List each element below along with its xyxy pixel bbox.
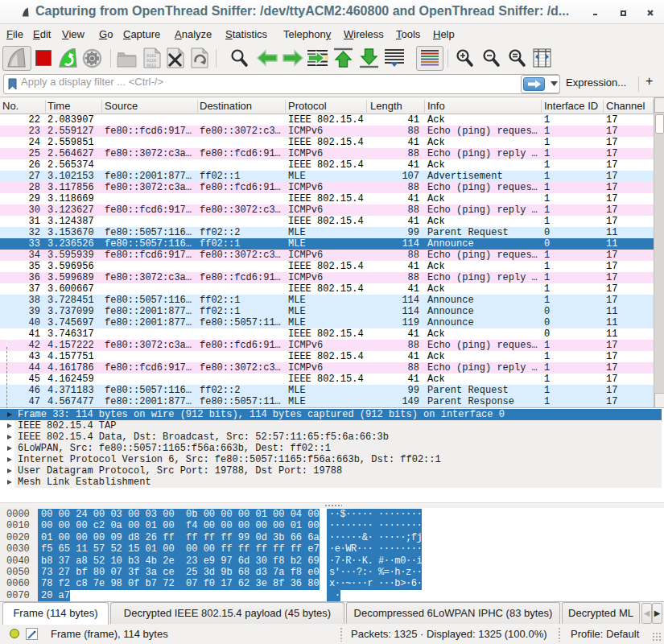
- svg-text:0011: 0011: [146, 63, 156, 68]
